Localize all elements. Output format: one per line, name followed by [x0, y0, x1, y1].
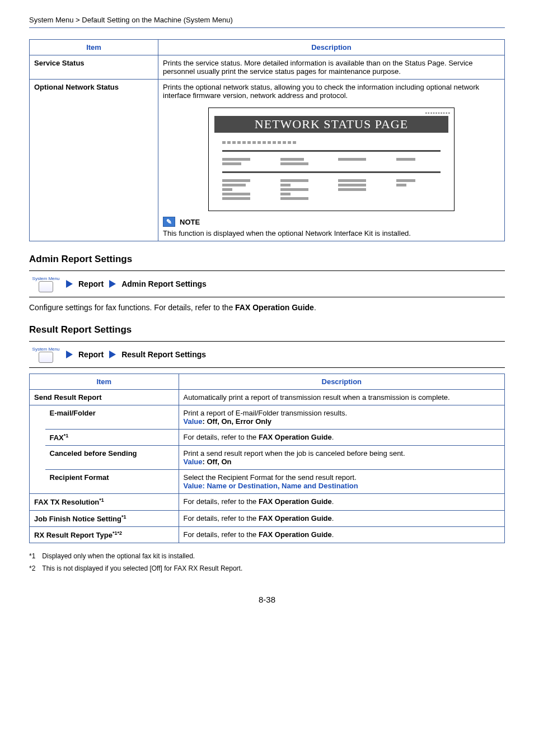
heading-admin: Admin Report Settings [29, 254, 505, 265]
cell-item: E-mail/Folder [45, 405, 179, 430]
cell-item: Job Finish Notice Setting*1 [30, 510, 179, 526]
cell-desc: For details, refer to the FAX Operation … [179, 510, 504, 526]
system-menu-icon: System Menu [31, 345, 60, 364]
th-item: Item [30, 40, 158, 55]
nav-result: System Menu Report Result Report Setting… [29, 341, 505, 368]
table-row: Send Result Report Automatically print a… [30, 390, 505, 405]
table-row: Canceled before Sending Print a send res… [30, 446, 505, 470]
cell-item: FAX*1 [45, 430, 179, 446]
footnotes: *1Displayed only when the optional fax k… [29, 552, 505, 572]
illustration-title: NETWORK STATUS PAGE [214, 116, 448, 133]
cell-desc: Automatically print a report of transmis… [179, 390, 504, 405]
cell-item: Send Result Report [30, 390, 179, 405]
heading-result: Result Report Settings [29, 324, 505, 335]
breadcrumb: System Menu > Default Setting on the Mac… [29, 16, 505, 24]
cell-item: Recipient Format [45, 470, 179, 494]
nav-step: Report [78, 279, 104, 288]
chevron-right-icon [66, 280, 73, 288]
nav-step: Admin Report Settings [121, 279, 207, 288]
page-number: 8-38 [29, 595, 505, 604]
table-row: FAX*1 For details, refer to the FAX Oper… [30, 430, 505, 446]
table-row: Optional Network Status Prints the optio… [30, 80, 505, 241]
cell-item: Optional Network Status [34, 83, 119, 91]
note-text: This function is displayed when the opti… [163, 229, 500, 237]
table-row: Recipient Format Select the Recipient Fo… [30, 470, 505, 494]
table-row: Job Finish Notice Setting*1 For details,… [30, 510, 505, 526]
table-row: Service Status Prints the service status… [30, 55, 505, 80]
system-menu-icon: System Menu [31, 274, 60, 293]
nav-step: Result Report Settings [121, 350, 206, 359]
chevron-right-icon [109, 280, 116, 288]
th-desc: Description [179, 374, 504, 390]
cell-desc: Prints the service status. More detailed… [158, 55, 505, 80]
cell-desc: For details, refer to the FAX Operation … [179, 494, 504, 510]
cell-desc: For details, refer to the FAX Operation … [179, 430, 504, 446]
cell-desc: Prints the optional network status, allo… [163, 83, 500, 100]
cell-item: Canceled before Sending [45, 446, 179, 470]
table-row: RX Result Report Type*1*2 For details, r… [30, 526, 505, 543]
table-result-report: Item Description Send Result Report Auto… [29, 374, 505, 543]
divider [29, 27, 505, 28]
note-icon: ✎ [163, 217, 175, 227]
cell-desc: For details, refer to the FAX Operation … [179, 526, 504, 543]
cell-item: FAX TX Resolution*1 [30, 494, 179, 510]
table-row: FAX TX Resolution*1 For details, refer t… [30, 494, 505, 510]
nav-admin: System Menu Report Admin Report Settings [29, 270, 505, 297]
note-label: NOTE [180, 218, 200, 226]
admin-body: Configure settings for fax functions. Fo… [29, 303, 505, 312]
cell-desc: Print a report of E-mail/Folder transmis… [184, 409, 500, 417]
th-desc: Description [158, 40, 505, 55]
chevron-right-icon [66, 351, 73, 358]
chevron-right-icon [109, 351, 116, 358]
network-status-illustration: ▪▪▪▪▪▪▪▪▪▪ NETWORK STATUS PAGE [208, 108, 455, 211]
cell-desc: Print a send result report when the job … [184, 449, 500, 458]
th-item: Item [30, 374, 179, 390]
cell-item: RX Result Report Type*1*2 [30, 526, 179, 543]
table-service-status: Item Description Service Status Prints t… [29, 39, 505, 241]
nav-step: Report [78, 350, 104, 359]
cell-desc: Select the Recipient Format for the send… [184, 473, 500, 482]
table-row: E-mail/Folder Print a report of E-mail/F… [30, 405, 505, 430]
cell-item: Service Status [34, 59, 85, 67]
